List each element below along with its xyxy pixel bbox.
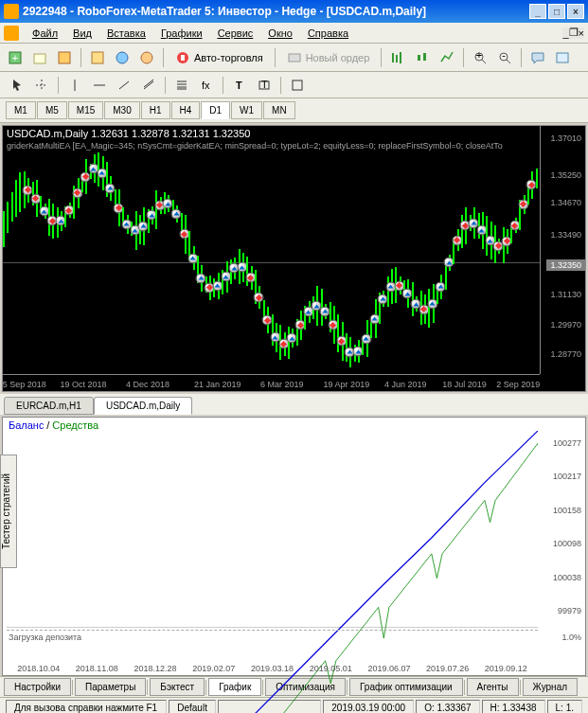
balance-label: Баланс	[9, 419, 44, 431]
menu-графики[interactable]: Графики	[153, 26, 210, 41]
chart-xtick: 5 Sep 2018	[3, 380, 46, 389]
menu-справка[interactable]: Справка	[300, 26, 356, 41]
data-window-button[interactable]	[111, 46, 134, 69]
maximize-button[interactable]: □	[548, 4, 565, 19]
bar-chart-button[interactable]	[386, 46, 409, 69]
svg-text:fx: fx	[202, 80, 210, 91]
menu-окно[interactable]: Окно	[260, 26, 300, 41]
menu-сервис[interactable]: Сервис	[210, 26, 261, 41]
app-icon	[4, 4, 19, 19]
close-button[interactable]: ×	[567, 4, 584, 19]
zoom-in-button[interactable]: +	[469, 46, 491, 69]
chart-ytick: 1.29970	[550, 320, 581, 330]
chart-xtick: 19 Oct 2018	[61, 380, 107, 389]
hline-button[interactable]	[88, 74, 111, 97]
equity-plot-area[interactable]	[7, 431, 538, 628]
chart-ytick: 1.33490	[550, 230, 581, 240]
chart-tab[interactable]: USDCAD.m,Daily	[94, 397, 192, 415]
candle-chart-button[interactable]	[411, 46, 434, 69]
svg-text:+: +	[12, 52, 18, 63]
objects-button[interactable]	[286, 74, 309, 97]
crosshair-button[interactable]	[30, 74, 53, 97]
menu-файл[interactable]: Файл	[25, 26, 65, 41]
market-watch-button[interactable]	[53, 46, 76, 69]
equity-y-axis: 10027710021710015810009810003899979	[538, 418, 585, 628]
timeframe-m15[interactable]: M15	[68, 101, 103, 119]
new-order-button[interactable]: Новый ордер	[280, 46, 377, 69]
new-order-label: Новый ордер	[306, 52, 370, 63]
timeframe-h1[interactable]: H1	[141, 101, 170, 119]
timeframe-m30[interactable]: M30	[104, 101, 139, 119]
fibo-button[interactable]	[170, 74, 193, 97]
cursor-button[interactable]	[6, 74, 28, 97]
new-chart-button[interactable]: +	[4, 46, 27, 69]
equity-ytick: 100277	[553, 438, 581, 448]
chart-y-axis: 1.370101.352501.346701.334901.311301.299…	[540, 126, 585, 374]
equity-ytick: 100217	[553, 472, 581, 481]
window-titlebar: 2922948 - RoboForex-MetaTrader 5: Инвест…	[0, 0, 588, 23]
svg-rect-10	[418, 55, 420, 61]
label-button[interactable]: T	[253, 74, 276, 97]
indicator-button[interactable]: fx	[195, 74, 218, 97]
mdi-restore-button[interactable]: ❐	[569, 27, 579, 39]
equity-header: Баланс / Средства	[9, 419, 98, 431]
deposit-load-ytick: 1.0%	[561, 633, 581, 642]
timeframe-m5[interactable]: M5	[37, 101, 67, 119]
zoom-out-button[interactable]: -	[493, 46, 516, 69]
chart-current-price: 1.32350	[546, 259, 585, 271]
chart-xtick: 4 Jun 2019	[384, 380, 427, 389]
svg-rect-9	[289, 54, 300, 62]
equity-xtick: 2019.05.01	[310, 664, 352, 673]
price-chart[interactable]: USDCAD.m,Daily 1.32631 1.32878 1.32131 1…	[2, 125, 586, 392]
equity-ytick: 99979	[558, 606, 581, 615]
equity-xtick: 2018.11.08	[76, 664, 118, 673]
timeframe-m1[interactable]: M1	[6, 101, 36, 119]
vline-button[interactable]	[63, 74, 86, 97]
menu-вставка[interactable]: Вставка	[99, 26, 153, 41]
text-button[interactable]: T	[228, 74, 251, 97]
trendline-button[interactable]	[113, 74, 135, 97]
svg-text:+: +	[476, 50, 482, 61]
chart-ytick: 1.37010	[550, 134, 581, 143]
equity-label: Средства	[52, 419, 98, 431]
status-low: L: 1.	[547, 700, 582, 714]
app-small-icon	[4, 26, 19, 41]
window-title: 2922948 - RoboForex-MetaTrader 5: Инвест…	[23, 5, 527, 18]
chart-ytick: 1.31130	[550, 290, 581, 299]
menubar: ФайлВидВставкаГрафикиСервисОкноСправка _…	[0, 23, 588, 44]
chart-symbol-info: USDCAD.m,Daily 1.32631 1.32878 1.32131 1…	[7, 128, 250, 139]
strategy-tester-vtab[interactable]: Тестер стратегий	[0, 455, 17, 568]
svg-text:-: -	[502, 50, 506, 61]
autotrade-button[interactable]: Авто-торговля	[169, 46, 270, 69]
chart-xtick: 19 Apr 2019	[324, 380, 370, 389]
equity-ytick: 100038	[553, 573, 581, 582]
profiles-button[interactable]	[28, 46, 51, 69]
mdi-close-button[interactable]: ×	[579, 27, 584, 39]
line-chart-button[interactable]	[436, 46, 458, 69]
menu-вид[interactable]: Вид	[65, 26, 99, 41]
chart-xtick: 18 Jul 2019	[442, 380, 487, 389]
mql-button[interactable]	[551, 46, 574, 69]
strategy-tester-button[interactable]	[135, 46, 158, 69]
equity-xtick: 2019.02.07	[192, 664, 235, 673]
navigator-button[interactable]	[86, 46, 109, 69]
chart-xtick: 6 Mar 2019	[260, 380, 304, 389]
chart-ytick: 1.28770	[550, 349, 581, 359]
timeframe-h4[interactable]: H4	[171, 101, 201, 119]
timeframe-w1[interactable]: W1	[231, 101, 262, 119]
chart-tabs: EURCAD.m,H1USDCAD.m,Daily	[0, 394, 588, 415]
svg-rect-8	[181, 55, 185, 61]
minimize-button[interactable]: _	[529, 4, 546, 19]
autotrade-label: Авто-торговля	[194, 52, 263, 63]
equity-xtick: 2019.06.07	[367, 664, 410, 673]
equity-xtick: 2019.03.18	[251, 664, 294, 673]
equity-panel[interactable]: Баланс / Средства 1002771002171001581000…	[2, 417, 586, 676]
equidistant-button[interactable]	[137, 74, 160, 97]
chart-plot-area[interactable]	[3, 126, 540, 374]
chart-tab[interactable]: EURCAD.m,H1	[4, 397, 94, 415]
chat-button[interactable]	[526, 46, 549, 69]
timeframe-d1[interactable]: D1	[201, 101, 230, 119]
equity-xtick: 2018.10.04	[17, 664, 60, 673]
svg-rect-11	[423, 53, 426, 61]
timeframe-mn[interactable]: MN	[263, 101, 295, 119]
